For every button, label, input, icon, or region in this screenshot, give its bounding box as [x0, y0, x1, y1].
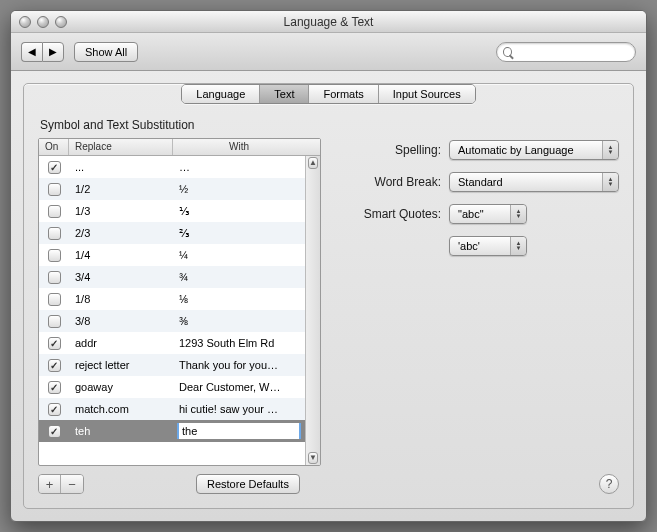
- add-remove-group: + −: [38, 474, 84, 494]
- table-row[interactable]: match.comhi cutie! saw your …: [39, 398, 305, 420]
- smartquotes-label: Smart Quotes:: [351, 207, 449, 221]
- with-cell[interactable]: ⅛: [173, 293, 305, 305]
- row-checkbox[interactable]: [48, 315, 61, 328]
- search-input[interactable]: [516, 45, 629, 59]
- section-title: Symbol and Text Substitution: [40, 118, 619, 132]
- tab-formats[interactable]: Formats: [309, 85, 378, 103]
- toolbar: ◀ ▶ Show All: [11, 33, 646, 71]
- traffic-lights: [11, 16, 67, 28]
- search-field[interactable]: [496, 42, 636, 62]
- replace-cell[interactable]: 3/8: [69, 315, 173, 327]
- table-row[interactable]: ...…: [39, 156, 305, 178]
- row-checkbox[interactable]: [48, 293, 61, 306]
- with-cell[interactable]: Dear Customer, W…: [173, 381, 305, 393]
- replace-cell[interactable]: ...: [69, 161, 173, 173]
- close-icon[interactable]: [19, 16, 31, 28]
- smartquotes-double-value: "abc": [458, 208, 484, 220]
- spelling-popup[interactable]: Automatic by Language ▲▼: [449, 140, 619, 160]
- search-icon: [503, 47, 512, 57]
- stepper-icon: ▲▼: [602, 173, 618, 191]
- content-panel: Language Text Formats Input Sources Symb…: [23, 83, 634, 509]
- replace-cell[interactable]: 1/3: [69, 205, 173, 217]
- row-checkbox[interactable]: [48, 403, 61, 416]
- row-checkbox[interactable]: [48, 359, 61, 372]
- row-checkbox[interactable]: [48, 381, 61, 394]
- replace-cell[interactable]: goaway: [69, 381, 173, 393]
- col-with[interactable]: With: [173, 139, 305, 155]
- tab-language[interactable]: Language: [182, 85, 260, 103]
- with-cell[interactable]: ⅓: [173, 205, 305, 218]
- table-row[interactable]: teh: [39, 420, 305, 442]
- row-checkbox[interactable]: [48, 337, 61, 350]
- help-button[interactable]: ?: [599, 474, 619, 494]
- row-checkbox[interactable]: [48, 161, 61, 174]
- table-row[interactable]: 2/3⅔: [39, 222, 305, 244]
- table-row[interactable]: goawayDear Customer, W…: [39, 376, 305, 398]
- with-cell[interactable]: ¾: [173, 271, 305, 283]
- row-checkbox[interactable]: [48, 425, 61, 438]
- replace-cell[interactable]: addr: [69, 337, 173, 349]
- titlebar[interactable]: Language & Text: [11, 11, 646, 33]
- wordbreak-value: Standard: [458, 176, 503, 188]
- table-row[interactable]: addr1293 South Elm Rd: [39, 332, 305, 354]
- show-all-button[interactable]: Show All: [74, 42, 138, 62]
- substitution-table: On Replace With ...…1/2½1/3⅓2/3⅔1/4¼3/4¾…: [38, 138, 321, 466]
- window-title: Language & Text: [11, 15, 646, 29]
- replace-cell[interactable]: 1/8: [69, 293, 173, 305]
- row-checkbox[interactable]: [48, 183, 61, 196]
- scroll-down-icon[interactable]: ▼: [308, 452, 318, 464]
- restore-defaults-button[interactable]: Restore Defaults: [196, 474, 300, 494]
- col-replace[interactable]: Replace: [69, 139, 173, 155]
- table-row[interactable]: 3/8⅜: [39, 310, 305, 332]
- tab-text[interactable]: Text: [260, 85, 309, 103]
- minimize-icon[interactable]: [37, 16, 49, 28]
- table-row[interactable]: 1/8⅛: [39, 288, 305, 310]
- scroll-up-icon[interactable]: ▲: [308, 157, 318, 169]
- row-checkbox[interactable]: [48, 205, 61, 218]
- replace-cell[interactable]: 2/3: [69, 227, 173, 239]
- with-cell[interactable]: hi cutie! saw your …: [173, 403, 305, 415]
- replace-cell[interactable]: 1/4: [69, 249, 173, 261]
- with-cell[interactable]: ⅔: [173, 227, 305, 240]
- with-cell[interactable]: [173, 423, 305, 439]
- col-on[interactable]: On: [39, 139, 69, 155]
- tab-input-sources[interactable]: Input Sources: [379, 85, 475, 103]
- add-button[interactable]: +: [39, 475, 61, 493]
- table-row[interactable]: 3/4¾: [39, 266, 305, 288]
- with-cell[interactable]: 1293 South Elm Rd: [173, 337, 305, 349]
- smartquotes-double-popup[interactable]: "abc" ▲▼: [449, 204, 527, 224]
- row-checkbox[interactable]: [48, 271, 61, 284]
- remove-button[interactable]: −: [61, 475, 83, 493]
- table-row[interactable]: reject letterThank you for you…: [39, 354, 305, 376]
- wordbreak-label: Word Break:: [351, 175, 449, 189]
- wordbreak-popup[interactable]: Standard ▲▼: [449, 172, 619, 192]
- replace-cell[interactable]: match.com: [69, 403, 173, 415]
- with-edit-input[interactable]: [179, 423, 299, 439]
- with-cell[interactable]: ¼: [173, 249, 305, 261]
- replace-cell[interactable]: 1/2: [69, 183, 173, 195]
- with-cell[interactable]: …: [173, 161, 305, 173]
- bottom-row: + − Restore Defaults ?: [38, 474, 619, 494]
- table-row[interactable]: 1/2½: [39, 178, 305, 200]
- spelling-label: Spelling:: [351, 143, 449, 157]
- replace-cell[interactable]: 3/4: [69, 271, 173, 283]
- smartquotes-single-popup[interactable]: 'abc' ▲▼: [449, 236, 527, 256]
- replace-cell[interactable]: reject letter: [69, 359, 173, 371]
- stepper-icon: ▲▼: [510, 205, 526, 223]
- row-checkbox[interactable]: [48, 227, 61, 240]
- smartquotes-single-value: 'abc': [458, 240, 480, 252]
- with-cell[interactable]: ⅜: [173, 315, 305, 327]
- spelling-value: Automatic by Language: [458, 144, 574, 156]
- table-row[interactable]: 1/3⅓: [39, 200, 305, 222]
- scroll-corner: [305, 139, 320, 155]
- vertical-scrollbar[interactable]: ▲ ▼: [305, 156, 320, 465]
- with-cell[interactable]: ½: [173, 183, 305, 195]
- zoom-icon[interactable]: [55, 16, 67, 28]
- stepper-icon: ▲▼: [602, 141, 618, 159]
- replace-cell[interactable]: teh: [69, 425, 173, 437]
- with-cell[interactable]: Thank you for you…: [173, 359, 305, 371]
- row-checkbox[interactable]: [48, 249, 61, 262]
- table-row[interactable]: 1/4¼: [39, 244, 305, 266]
- back-button[interactable]: ◀: [21, 42, 42, 62]
- forward-button[interactable]: ▶: [42, 42, 64, 62]
